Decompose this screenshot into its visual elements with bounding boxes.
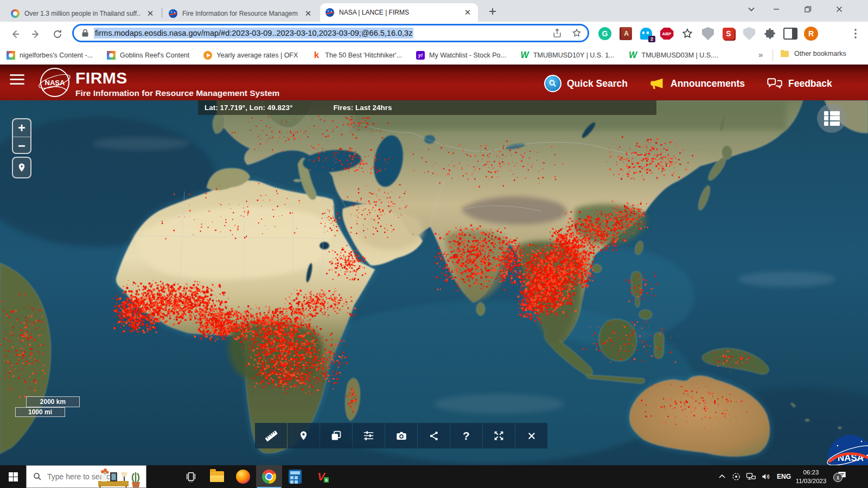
url-text[interactable]: firms.modaps.eosdis.nasa.gov/map/#d:2023…	[94, 28, 413, 38]
adblock-plus-extension-icon[interactable]: ABP	[660, 27, 674, 41]
bookmark-item[interactable]: y!My Watchlist - Stock Po...	[416, 51, 506, 60]
meet-now-button[interactable]	[729, 465, 743, 488]
browser-toolbar: firms.modaps.eosdis.nasa.gov/map/#d:2023…	[0, 22, 868, 46]
map-tool-ruler-button[interactable]	[255, 423, 287, 448]
task-view-button[interactable]	[178, 465, 204, 488]
zoom-control: + −	[12, 118, 31, 154]
shield-check-extension-icon[interactable]	[742, 27, 756, 41]
map-status-bar: Lat: 17.719°, Lon: 49.823° Fires: Last 2…	[198, 100, 656, 115]
firms-map[interactable]: Lat: 17.719°, Lon: 49.823° Fires: Last 2…	[0, 100, 868, 465]
zoom-in-button[interactable]: +	[13, 119, 30, 137]
yahoo-favicon: y!	[416, 51, 425, 60]
folder-icon	[210, 471, 224, 482]
speaker-icon	[761, 471, 771, 482]
window-close-button[interactable]	[827, 0, 852, 18]
notification-center-button[interactable]: 1	[831, 465, 853, 488]
bookmark-label: TMUBMUSD03M | U.S....	[642, 52, 718, 59]
language-indicator[interactable]: ENG	[775, 465, 793, 488]
chevron-up-icon	[718, 473, 726, 480]
tab-title: Over 1.3 million people in Thailand suff…	[24, 10, 141, 17]
calculator-button[interactable]	[282, 465, 308, 488]
map-tool-share-button[interactable]	[418, 423, 450, 448]
scale-km: 2000 km	[26, 396, 80, 407]
window-chevron-button[interactable]	[739, 0, 764, 18]
bookmarks-divider	[773, 49, 773, 61]
map-tool-help-button[interactable]: ?	[450, 423, 482, 448]
profile-avatar[interactable]: R	[804, 27, 818, 41]
map-tool-sliders-button[interactable]	[353, 423, 385, 448]
bookmark-item[interactable]: kThe 50 Best 'Hitchhiker'...	[312, 51, 402, 60]
bookmark-item[interactable]: nigelforbes's Content -...	[7, 51, 93, 60]
browser-tab-active[interactable]: NASA | LANCE | FIRMS ✕	[320, 3, 478, 22]
tab-close-icon[interactable]: ✕	[463, 8, 473, 17]
bookmark-item[interactable]: WTMUBMUSD03M | U.S....	[629, 51, 718, 60]
bookmark-item[interactable]: Goblins Reef's Content	[107, 51, 189, 60]
reload-icon	[52, 29, 63, 40]
dictionary-book-extension-icon[interactable]: A	[618, 27, 633, 41]
window-restore-button[interactable]	[795, 0, 820, 18]
volume-button[interactable]	[758, 465, 774, 488]
grammarly-extension-icon[interactable]: G	[598, 27, 612, 41]
firms-subtitle: Fire Information for Resource Management…	[75, 88, 279, 98]
new-tab-button[interactable]: +	[484, 3, 501, 20]
window-minimize-button[interactable]	[764, 0, 789, 18]
bookmark-item[interactable]: Yearly average rates | OFX	[203, 51, 298, 60]
bookmark-label: My Watchlist - Stock Po...	[429, 52, 506, 59]
browser-tab-1[interactable]: Over 1.3 million people in Thailand suff…	[5, 5, 161, 22]
wps-icon: Vs	[317, 470, 325, 483]
bookmarks-overflow-button[interactable]: »	[758, 50, 763, 59]
bookmark-star-icon[interactable]	[571, 28, 582, 38]
map-tool-layers-button[interactable]	[320, 423, 352, 448]
tab-close-icon[interactable]: ✕	[145, 9, 155, 18]
extension-badge: 2	[648, 36, 655, 42]
reload-button[interactable]	[50, 27, 65, 42]
wps-office-button[interactable]: Vs	[308, 465, 334, 488]
chrome-button[interactable]	[256, 465, 282, 488]
camera-icon	[395, 430, 407, 442]
feedback-button[interactable]: Feedback	[767, 76, 832, 91]
side-panel-extension-icon[interactable]	[783, 27, 797, 41]
bookmark-star-extension-icon[interactable]	[680, 27, 694, 41]
gray-shield-extension-icon[interactable]	[701, 27, 715, 41]
bookmark-label: The 50 Best 'Hitchhiker'...	[325, 52, 402, 59]
address-bar[interactable]: firms.modaps.eosdis.nasa.gov/map/#d:2023…	[72, 24, 589, 42]
network-button[interactable]	[743, 465, 758, 488]
folder-icon	[780, 49, 789, 57]
taskbar-clock[interactable]: 06:23 11/03/2023	[793, 468, 829, 485]
colorful-ring-favicon	[7, 51, 15, 60]
bookmark-item[interactable]: WTMUBMUSD10Y | U.S. 1...	[520, 51, 615, 60]
ghostery-extension-icon[interactable]: 2	[639, 27, 653, 41]
map-tool-camera-button[interactable]	[385, 423, 417, 448]
back-button[interactable]	[8, 27, 23, 42]
bookmark-label: Yearly average rates | OFX	[216, 52, 298, 59]
map-tool-close-button[interactable]	[515, 423, 547, 448]
taskbar-search[interactable]	[26, 465, 146, 488]
chat-icon	[767, 76, 783, 91]
locate-me-button[interactable]	[12, 157, 31, 178]
grid-icon	[824, 110, 840, 126]
map-tool-expand-button[interactable]	[483, 423, 515, 448]
extensions-puzzle-extension-icon[interactable]	[763, 27, 777, 41]
tab-close-icon[interactable]: ✕	[303, 9, 313, 18]
quick-search-button[interactable]: Quick Search	[544, 75, 628, 92]
colorful-ring-favicon	[11, 9, 20, 18]
firefox-button[interactable]	[230, 465, 256, 488]
similarweb-extension-icon[interactable]: S	[722, 27, 736, 41]
chevron-down-icon	[748, 5, 755, 13]
hamburger-menu-button[interactable]	[10, 72, 24, 87]
colorful-ring-favicon	[107, 51, 116, 60]
task-view-icon	[185, 471, 197, 483]
announcements-button[interactable]: Announcements	[649, 76, 745, 91]
start-button[interactable]	[0, 465, 26, 488]
other-bookmarks-button[interactable]: Other bookmarks	[780, 49, 846, 57]
zoom-out-button[interactable]: −	[13, 137, 30, 155]
browser-menu-button[interactable]	[851, 27, 860, 42]
browser-tab-2[interactable]: Fire Information for Resource Managem...…	[163, 5, 318, 22]
map-tool-marker-button[interactable]	[288, 423, 320, 448]
nasa-insignia-logo[interactable]: NASA	[38, 66, 72, 101]
tray-expand-button[interactable]	[715, 465, 729, 488]
share-icon[interactable]	[552, 28, 563, 38]
forward-button[interactable]	[28, 27, 43, 42]
file-explorer-button[interactable]	[204, 465, 230, 488]
layers-panel-button[interactable]	[817, 104, 846, 133]
